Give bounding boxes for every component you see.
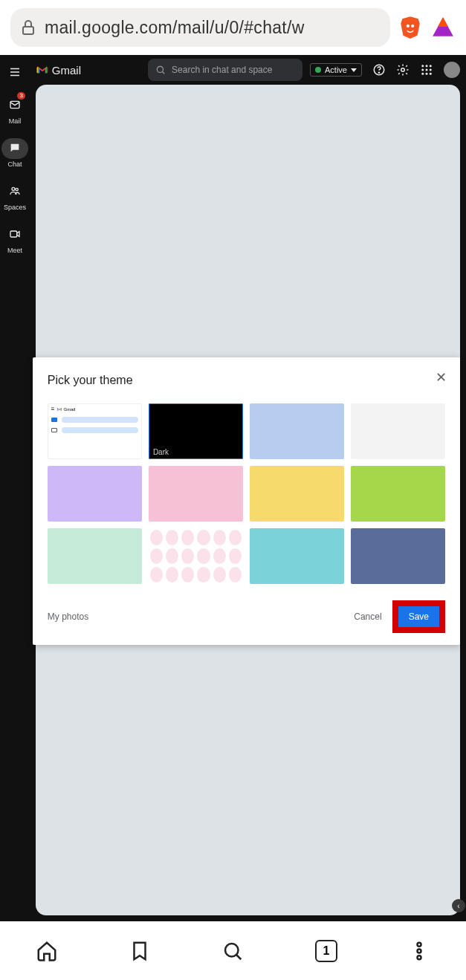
rail-item-spaces[interactable]: Spaces	[1, 181, 28, 211]
search-input[interactable]: Search in chat and space	[148, 59, 302, 81]
main-menu-icon[interactable]	[8, 65, 22, 79]
svg-point-12	[426, 65, 428, 67]
gmail-m-icon	[56, 406, 62, 412]
tabs-button[interactable]: 1	[315, 940, 337, 962]
account-avatar[interactable]	[444, 62, 460, 78]
svg-point-11	[421, 65, 424, 67]
rail-label: Spaces	[4, 204, 26, 211]
status-selector[interactable]: Active	[310, 63, 362, 77]
status-dot-icon	[315, 67, 321, 73]
header-actions: Active	[310, 62, 460, 78]
theme-option-seafoam[interactable]	[48, 528, 142, 584]
chevron-down-icon	[351, 68, 357, 72]
svg-point-19	[430, 73, 432, 75]
save-button[interactable]: Save	[398, 606, 439, 627]
gmail-logo-text: Gmail	[52, 64, 81, 77]
theme-option-mustard[interactable]	[250, 466, 344, 522]
cancel-button[interactable]: Cancel	[348, 607, 387, 626]
svg-point-22	[418, 949, 421, 953]
svg-point-18	[426, 73, 428, 75]
theme-option-default[interactable]: ≡ Gmail	[48, 403, 142, 459]
dialog-footer: My photos Cancel Save	[48, 600, 445, 633]
bookmark-icon[interactable]	[129, 940, 151, 962]
theme-option-lavender[interactable]	[48, 466, 142, 522]
svg-point-2	[411, 25, 414, 27]
help-icon[interactable]	[372, 63, 386, 77]
theme-preview-label: Gmail	[64, 407, 76, 412]
gmail-main-column: Gmail Search in chat and space Active	[30, 55, 466, 921]
svg-point-20	[225, 944, 239, 957]
svg-point-15	[426, 69, 428, 71]
theme-option-soft-gray[interactable]	[351, 403, 445, 459]
mail-icon	[9, 99, 21, 111]
svg-point-5	[16, 188, 18, 190]
home-icon[interactable]	[36, 940, 58, 962]
theme-option-dark[interactable]: Dark	[149, 403, 243, 459]
gmail-app: 3 Mail Chat Spaces Meet Gmail Search in	[0, 55, 466, 921]
gmail-m-icon	[36, 63, 49, 77]
theme-caption: Dark	[153, 448, 169, 456]
svg-point-4	[12, 187, 15, 190]
spaces-icon	[9, 185, 21, 197]
side-panel-toggle-icon[interactable]: ‹	[452, 899, 465, 912]
left-navigation-rail: 3 Mail Chat Spaces Meet	[0, 55, 30, 921]
gmail-logo[interactable]: Gmail	[36, 63, 81, 77]
search-icon	[155, 65, 166, 75]
status-label: Active	[325, 65, 347, 74]
svg-point-17	[421, 73, 424, 75]
meet-icon	[9, 228, 21, 240]
chat-content-area: Pick your theme ✕ ≡ Gmail	[36, 85, 460, 915]
rail-label: Meet	[7, 247, 22, 254]
rail-label: Mail	[9, 117, 22, 125]
my-photos-link[interactable]: My photos	[48, 611, 88, 622]
dialog-title: Pick your theme	[48, 374, 445, 387]
svg-rect-6	[10, 231, 17, 237]
save-button-highlight: Save	[392, 600, 445, 633]
svg-point-21	[418, 942, 421, 946]
gmail-header: Gmail Search in chat and space Active	[30, 55, 466, 85]
theme-option-cherry-blossom[interactable]	[149, 528, 243, 584]
brave-shields-icon[interactable]	[398, 15, 423, 40]
close-icon[interactable]: ✕	[436, 369, 447, 386]
chat-icon	[9, 142, 21, 154]
tab-count: 1	[323, 944, 329, 958]
rail-label: Chat	[7, 160, 22, 168]
svg-point-14	[421, 69, 424, 71]
search-placeholder: Search in chat and space	[172, 65, 272, 75]
svg-point-9	[378, 72, 379, 73]
overflow-menu-icon[interactable]	[408, 940, 430, 962]
svg-point-1	[407, 25, 410, 27]
rail-item-meet[interactable]: Meet	[1, 224, 28, 254]
theme-option-rose[interactable]	[149, 466, 243, 522]
lock-icon	[19, 19, 37, 36]
apps-grid-icon[interactable]	[420, 63, 433, 77]
svg-point-13	[430, 65, 432, 67]
mobile-bottom-toolbar: 1	[0, 921, 466, 980]
svg-rect-0	[23, 27, 33, 34]
theme-option-blue[interactable]	[250, 403, 344, 459]
svg-point-7	[157, 66, 163, 72]
rail-item-mail[interactable]: 3 Mail	[1, 95, 28, 125]
search-icon[interactable]	[221, 940, 244, 962]
theme-grid: ≡ Gmail Dark	[48, 403, 445, 584]
theme-picker-dialog: Pick your theme ✕ ≡ Gmail	[33, 357, 460, 645]
rail-item-chat[interactable]: Chat	[1, 138, 28, 168]
svg-point-23	[418, 955, 421, 959]
svg-point-16	[430, 69, 432, 71]
theme-option-wasabi[interactable]	[351, 466, 445, 522]
brave-rewards-icon[interactable]	[430, 15, 456, 40]
url-text: mail.google.com/mail/u/0/#chat/w	[45, 18, 305, 38]
svg-point-10	[401, 68, 405, 72]
mail-unread-badge: 3	[17, 92, 25, 100]
browser-url-bar: mail.google.com/mail/u/0/#chat/w	[0, 0, 466, 55]
settings-gear-icon[interactable]	[396, 63, 410, 77]
theme-option-dusk[interactable]	[351, 528, 445, 584]
theme-option-aqua[interactable]	[250, 528, 344, 584]
url-input-box[interactable]: mail.google.com/mail/u/0/#chat/w	[10, 8, 390, 47]
